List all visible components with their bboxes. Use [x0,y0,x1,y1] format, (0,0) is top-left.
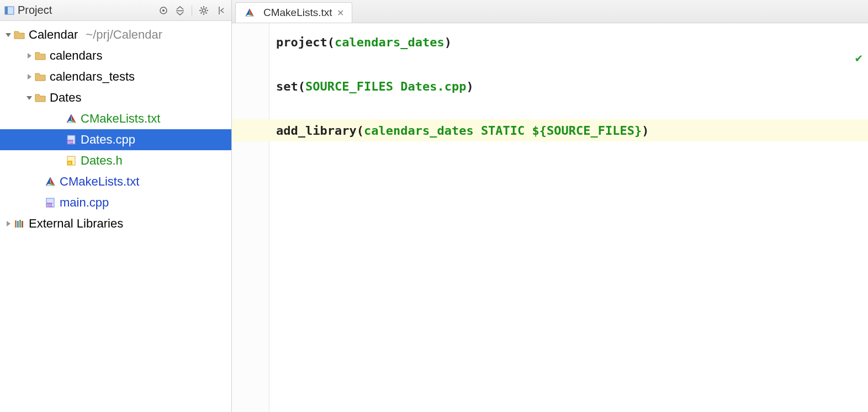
tree-item-label: External Libraries [29,216,123,231]
chevron-right-icon[interactable] [24,72,34,82]
svg-line-10 [201,7,202,8]
tree-item-label: Calendar [29,28,78,42]
code-line: set(SOURCE_FILES Dates.cpp) [276,75,868,97]
code-line-current: add_library(calendars_dates STATIC ${SOU… [232,119,868,141]
svg-rect-25 [17,221,19,228]
tree-file-dates-h[interactable]: h Dates.h [0,150,231,171]
chevron-right-icon[interactable] [3,219,13,229]
tree-item-label: calendars [50,49,102,63]
editor-area: CMakeLists.txt ✕ project(calendars_dates… [232,0,868,412]
svg-line-12 [201,12,202,13]
hide-icon[interactable] [214,4,227,17]
tree-item-label: main.cpp [60,196,109,210]
folder-icon [34,71,46,83]
folder-icon [13,29,25,41]
tree-root-calendar[interactable]: Calendar ~/prj/Calendar [0,24,231,45]
chevron-down-icon[interactable] [3,30,13,40]
project-sidebar: Project Calendar ~/prj/Calendar [0,0,232,412]
sidebar-title: Project [18,4,52,17]
locate-icon[interactable] [157,4,170,17]
collapse-all-icon[interactable] [173,4,187,17]
svg-text:c++: c++ [47,203,54,207]
tree-folder-dates[interactable]: Dates [0,87,231,108]
tree-folder-calendars-tests[interactable]: calendars_tests [0,66,231,87]
code-line-blank [276,53,868,75]
tree-item-label: CMakeLists.txt [81,112,160,126]
svg-point-5 [202,9,205,12]
header-file-icon: h [65,155,77,167]
svg-rect-27 [22,221,23,228]
svg-rect-1 [5,7,8,14]
editor-tabbar: CMakeLists.txt ✕ [232,0,868,23]
tree-file-root-cmake[interactable]: CMakeLists.txt [0,171,231,192]
svg-text:h: h [68,161,71,166]
svg-point-3 [162,9,165,12]
separator [192,6,192,15]
cmake-icon [44,176,56,188]
sidebar-header: Project [0,0,231,21]
svg-text:c++: c++ [68,140,75,144]
cpp-file-icon: c++ [65,134,77,146]
tree-item-label: Dates.cpp [81,133,135,147]
tree-item-label: CMakeLists.txt [60,175,139,189]
tree-external-libraries[interactable]: External Libraries [0,213,231,234]
tree-folder-calendars[interactable]: calendars [0,45,231,66]
tree-item-path: ~/prj/Calendar [86,28,162,42]
code-editor[interactable]: project(calendars_dates) set(SOURCE_FILE… [232,23,868,412]
editor-gutter [232,23,269,412]
tree-file-dates-cpp[interactable]: c++ Dates.cpp [0,129,231,150]
tree-item-label: calendars_tests [50,70,135,84]
folder-icon [34,92,46,104]
tree-item-label: Dates.h [81,154,123,168]
svg-line-11 [206,12,207,13]
library-icon [13,218,25,230]
tree-item-label: Dates [50,91,81,105]
chevron-down-icon[interactable] [24,93,34,103]
close-icon[interactable]: ✕ [337,8,344,18]
svg-rect-24 [15,220,17,228]
folder-icon [34,50,46,62]
tree-file-dates-cmake[interactable]: CMakeLists.txt [0,108,231,129]
svg-line-13 [206,7,207,8]
editor-tab-cmakelists[interactable]: CMakeLists.txt ✕ [235,2,352,23]
gear-icon[interactable] [197,4,210,17]
code-line-blank [276,97,868,119]
code-content[interactable]: project(calendars_dates) set(SOURCE_FILE… [269,23,868,412]
tree-file-main-cpp[interactable]: c++ main.cpp [0,192,231,213]
cmake-icon [65,113,77,125]
svg-rect-26 [19,220,21,228]
tab-label: CMakeLists.txt [263,7,332,19]
cpp-file-icon: c++ [44,197,56,209]
project-pane-icon [4,6,14,15]
chevron-right-icon[interactable] [24,51,34,61]
code-line: project(calendars_dates) [276,31,868,53]
inspection-ok-icon[interactable]: ✔ [855,51,862,65]
cmake-icon [244,7,256,19]
project-tree[interactable]: Calendar ~/prj/Calendar calendars calend… [0,21,231,412]
